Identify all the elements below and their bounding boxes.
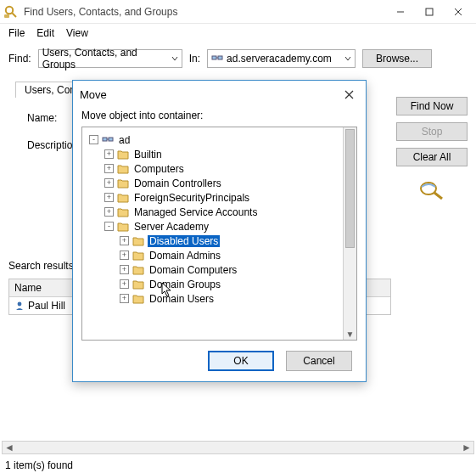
tree-node[interactable]: +ForeignSecurityPrincipals [86,190,353,205]
search-row: Find: Users, Contacts, and Groups In: ad… [0,44,476,76]
find-label: Find: [8,53,31,65]
minimize-button[interactable] [386,3,415,21]
maximize-button[interactable] [415,3,444,21]
tree-node[interactable]: +Domain Admins [86,248,353,262]
expand-icon[interactable]: + [104,193,114,202]
scroll-down-icon[interactable]: ▼ [344,328,356,340]
user-icon [14,301,25,311]
scroll-left-icon[interactable]: ◄ [3,442,16,453]
folder-icon [132,251,144,261]
scroll-thumb[interactable] [345,129,355,248]
stop-label: Stop [422,126,443,138]
tree-scrollbar[interactable]: ▲ ▼ [343,127,356,340]
tree-node[interactable]: +Managed Service Accounts [86,205,353,219]
statusbar: 1 item(s) found [5,459,73,471]
folder-icon [132,279,144,290]
result-name: Paul Hill [28,300,65,312]
tree-node-label: Managed Service Accounts [132,206,259,218]
tree-node[interactable]: +Computers [86,161,353,176]
horizontal-scrollbar[interactable]: ◄ ► [2,441,474,454]
browse-button-label: Browse... [376,53,418,65]
search-results-label: Search results: [8,260,76,272]
tree-node-label: Domain Admins [148,250,222,262]
in-combo-value: ad.serveracademy.com [227,53,332,65]
svg-rect-7 [212,56,216,59]
expand-icon[interactable]: + [120,236,129,245]
menubar: File Edit View [0,24,476,44]
browse-button[interactable]: Browse... [362,49,432,68]
container-tree[interactable]: -ad+Builtin+Computers+Domain Controllers… [82,127,356,311]
dialog-button-row: OK Cancel [73,341,366,381]
tree-container: -ad+Builtin+Computers+Domain Controllers… [81,127,357,341]
dialog-title: Move [80,88,339,101]
tree-node-label: Domain Controllers [132,177,223,189]
window-controls [386,3,473,21]
tree-node-label: ad [117,134,132,146]
folder-icon [117,207,129,217]
tree-node[interactable]: +Domain Controllers [86,176,353,190]
tree-node[interactable]: +Disabled Users [86,234,353,248]
tree-node[interactable]: +Domain Computers [86,262,353,277]
tree-node[interactable]: +Builtin [86,147,353,161]
dialog-instruction: Move object into container: [73,108,366,127]
move-dialog: Move Move object into container: -ad+Bui… [72,80,367,382]
svg-rect-16 [109,138,113,141]
clear-all-label: Clear All [413,151,451,163]
tree-node-label: ForeignSecurityPrincipals [132,192,251,204]
menu-edit[interactable]: Edit [36,27,54,39]
cancel-button[interactable]: Cancel [286,351,352,371]
cancel-label: Cancel [303,355,334,367]
stop-button[interactable]: Stop [396,122,468,141]
expand-icon[interactable]: + [120,294,129,303]
tree-node[interactable]: +Domain Groups [86,277,353,291]
tree-node-label: Domain Computers [148,264,238,276]
ok-label: OK [233,355,248,367]
expand-icon[interactable]: + [104,207,114,217]
expand-icon[interactable]: + [120,279,129,289]
dialog-close-button[interactable] [339,86,359,103]
svg-point-0 [6,6,13,13]
expand-icon[interactable]: + [104,178,114,188]
folder-icon [117,222,129,232]
menu-file[interactable]: File [8,27,25,39]
tree-node[interactable]: -Server Academy [86,219,353,234]
tree-node-label: Domain Groups [148,279,222,290]
tree-node-label: Computers [132,163,186,175]
menu-view[interactable]: View [66,27,88,39]
in-label: In: [189,53,200,65]
svg-line-1 [12,13,16,17]
svg-line-11 [434,193,442,199]
svg-point-12 [18,302,22,307]
collapse-icon[interactable]: - [104,222,114,231]
svg-rect-8 [218,56,222,59]
side-buttons: Find Now Stop Clear All [396,97,468,202]
clear-all-button[interactable]: Clear All [396,148,468,166]
tree-node-label: Builtin [132,149,164,160]
expand-icon[interactable]: + [104,149,114,159]
tree-node[interactable]: +Domain Users [86,291,353,306]
svg-rect-2 [4,14,9,18]
app-icon [3,4,19,20]
ok-button[interactable]: OK [208,351,274,371]
find-combo-value: Users, Contacts, and Groups [42,47,166,70]
find-combo[interactable]: Users, Contacts, and Groups [38,49,182,68]
expand-icon[interactable]: + [120,265,129,274]
in-combo[interactable]: ad.serveracademy.com [207,49,356,68]
scroll-right-icon[interactable]: ► [460,442,473,453]
folder-icon [117,164,129,174]
close-button[interactable] [444,3,473,21]
find-now-button[interactable]: Find Now [396,97,468,115]
tree-node-label: Domain Users [148,293,216,305]
chevron-down-icon [344,55,351,62]
titlebar: Find Users, Contacts, and Groups [0,0,476,24]
folder-icon [132,265,144,275]
domain-icon [102,135,114,145]
expand-icon[interactable]: + [104,164,114,173]
folder-icon [117,178,129,189]
chevron-down-icon [171,55,178,62]
tree-node[interactable]: -ad [86,132,353,147]
folder-icon [117,193,129,203]
expand-icon[interactable]: + [120,251,129,260]
collapse-icon[interactable]: - [89,135,98,144]
window-title: Find Users, Contacts, and Groups [24,6,386,18]
